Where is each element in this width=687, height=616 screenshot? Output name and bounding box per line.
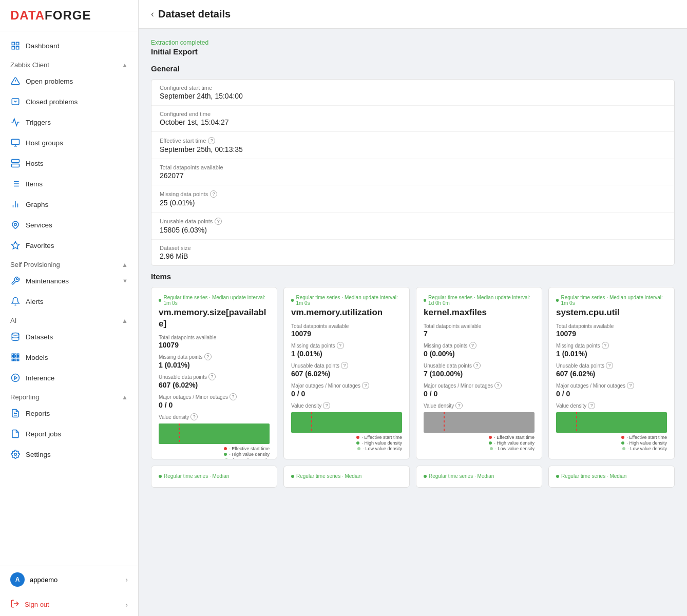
- sidebar-item-models[interactable]: Models: [0, 347, 138, 368]
- missing-help-icon-0[interactable]: ?: [204, 353, 212, 360]
- missing-help-icon-3[interactable]: ?: [602, 342, 609, 349]
- item-name-0: vm.memory.size[pavailable]: [159, 307, 270, 330]
- sidebar-item-reports[interactable]: Reports: [0, 403, 138, 424]
- item-type-label-7: Regular time series · Median: [556, 473, 667, 479]
- item-unusable-2: 7 (100.00%): [424, 370, 535, 378]
- svg-rect-33: [15, 359, 16, 361]
- sidebar-item-dashboard[interactable]: Dashboard: [0, 35, 138, 56]
- signout-arrow-icon: ›: [125, 601, 128, 609]
- legend-dot-green-3: [621, 441, 624, 445]
- nav-main: Dashboard Zabbix Client ▲ Open problems …: [0, 31, 138, 469]
- density-help-icon-3[interactable]: ?: [588, 402, 595, 409]
- missing-help-icon-2[interactable]: ?: [469, 342, 476, 349]
- density-help-icon-2[interactable]: ?: [455, 402, 463, 409]
- configured-end-label: Configured end time: [160, 111, 666, 117]
- warning-icon: [10, 76, 21, 86]
- svg-point-25: [12, 333, 19, 336]
- density-help-icon-0[interactable]: ?: [190, 413, 198, 420]
- density-bar-3: [556, 412, 667, 433]
- outages-help-icon-2[interactable]: ?: [494, 382, 502, 389]
- item-unusable-label-3: Unusable data points ?: [556, 362, 667, 369]
- sidebar-item-inference[interactable]: Inference: [0, 368, 138, 388]
- unusable-help-icon-3[interactable]: ?: [606, 362, 613, 369]
- sidebar-item-host-groups[interactable]: Host groups: [0, 132, 138, 153]
- maintenances-label: Maintenances: [26, 277, 117, 285]
- legend-low-2: · Low value density: [424, 446, 535, 451]
- item-total-dp-label-0: Total datapoints available: [159, 335, 270, 340]
- back-button[interactable]: ‹: [151, 9, 154, 20]
- legend-dot-lightgreen-1: [357, 447, 360, 450]
- svg-rect-3: [16, 47, 19, 49]
- svg-point-39: [14, 453, 17, 456]
- sidebar-item-services[interactable]: Services: [0, 215, 138, 235]
- general-info-card: Configured start time September 24th, 15…: [151, 79, 675, 266]
- legend-dot-red-0: [224, 447, 227, 450]
- item-card-5: Regular time series · Median: [283, 466, 410, 488]
- outages-help-icon-3[interactable]: ?: [627, 382, 634, 389]
- self-provisioning-header[interactable]: Self Provisioning ▲: [0, 256, 138, 271]
- unusable-help-icon-1[interactable]: ?: [341, 362, 348, 369]
- legend-dot-green-0: [224, 453, 227, 456]
- ai-section-header[interactable]: AI ▲: [0, 312, 138, 326]
- sidebar-item-items[interactable]: Items: [0, 174, 138, 194]
- unusable-dp-help-icon[interactable]: ?: [215, 218, 222, 225]
- sidebar-item-hosts[interactable]: Hosts: [0, 153, 138, 174]
- sidebar-item-open-problems[interactable]: Open problems: [0, 71, 138, 91]
- item-outages-label-1: Major outages / Minor outages ?: [291, 382, 402, 389]
- outages-help-icon-1[interactable]: ?: [362, 382, 369, 389]
- sidebar: DATAFORGE Dashboard Zabbix Client ▲ Open…: [0, 0, 139, 616]
- item-type-dot-1: [291, 299, 294, 302]
- sidebar-item-closed-problems[interactable]: Closed problems: [0, 91, 138, 112]
- unusable-help-icon-0[interactable]: ?: [208, 373, 216, 380]
- sidebar-item-datasets[interactable]: Datasets: [0, 326, 138, 347]
- item-total-dp-label-2: Total datapoints available: [424, 323, 535, 329]
- open-problems-label: Open problems: [26, 78, 128, 85]
- item-unusable-3: 607 (6.02%): [556, 370, 667, 378]
- item-type-dot-4: [159, 475, 162, 478]
- items-grid: Regular time series · Median update inte…: [151, 287, 675, 459]
- user-item[interactable]: A appdemo ›: [0, 566, 138, 593]
- dashboard-label: Dashboard: [26, 42, 128, 50]
- signout-item[interactable]: Sign out ›: [0, 593, 138, 616]
- item-total-dp-0: 10079: [159, 341, 270, 349]
- legend-high-0: · High value density: [159, 452, 270, 457]
- svg-rect-2: [12, 47, 14, 49]
- zabbix-section-label: Zabbix Client: [10, 61, 49, 69]
- effective-start-help-icon[interactable]: ?: [208, 137, 215, 144]
- report-jobs-label: Report jobs: [26, 430, 128, 438]
- datasets-icon: [10, 332, 21, 342]
- effective-start-row: Effective start time ? September 25th, 0…: [151, 132, 674, 159]
- density-help-icon-1[interactable]: ?: [323, 402, 330, 409]
- legend-high-2: · High value density: [424, 440, 535, 446]
- logo-forge: FORGE: [45, 8, 91, 22]
- item-missing-2: 0 (0.00%): [424, 350, 535, 358]
- outages-help-icon-0[interactable]: ?: [230, 393, 237, 400]
- legend-0: · Effective start time · High value dens…: [159, 446, 270, 459]
- legend-dot-red-1: [356, 436, 359, 439]
- configured-end-row: Configured end time October 1st, 15:04:2…: [151, 106, 674, 132]
- item-outages-label-0: Major outages / Minor outages ?: [159, 393, 270, 400]
- items-label: Items: [26, 180, 128, 188]
- missing-dp-help-icon[interactable]: ?: [210, 190, 217, 198]
- sidebar-item-settings[interactable]: Settings: [0, 444, 138, 465]
- legend-dot-lightgreen-2: [490, 447, 493, 450]
- item-missing-3: 1 (0.01%): [556, 350, 667, 358]
- sidebar-item-alerts[interactable]: Alerts: [0, 291, 138, 312]
- sidebar-item-favorites[interactable]: Favorites: [0, 235, 138, 256]
- settings-icon: [10, 449, 21, 459]
- reporting-section-header[interactable]: Reporting ▲: [0, 388, 138, 403]
- unusable-help-icon-2[interactable]: ?: [473, 362, 481, 369]
- sidebar-item-report-jobs[interactable]: Report jobs: [0, 424, 138, 444]
- density-label-0: Value density ?: [159, 413, 270, 420]
- main-content: ‹ Dataset details Extraction completed I…: [139, 0, 687, 616]
- item-unusable-1: 607 (6.02%): [291, 370, 402, 378]
- svg-rect-10: [12, 160, 20, 163]
- density-chart-1: · Effective start time · High value dens…: [291, 412, 402, 440]
- alerts-icon: [10, 296, 21, 306]
- ai-chevron-icon: ▲: [122, 317, 128, 324]
- sidebar-item-maintenances[interactable]: Maintenances ▼: [0, 271, 138, 291]
- zabbix-section-header[interactable]: Zabbix Client ▲: [0, 56, 138, 71]
- sidebar-item-graphs[interactable]: Graphs: [0, 194, 138, 215]
- missing-help-icon-1[interactable]: ?: [337, 342, 344, 349]
- sidebar-item-triggers[interactable]: Triggers: [0, 112, 138, 132]
